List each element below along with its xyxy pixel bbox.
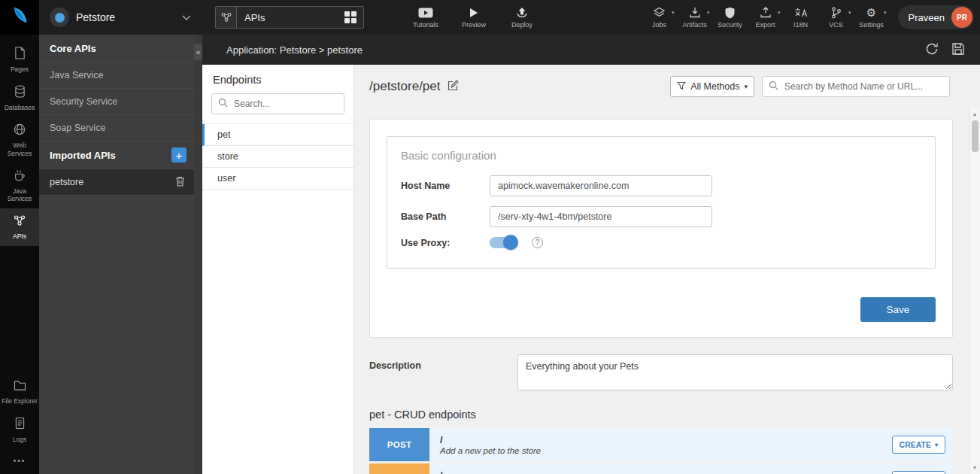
grid-icon[interactable] <box>344 11 357 23</box>
rail-item-logs[interactable]: Logs <box>0 411 39 449</box>
resource-switcher[interactable]: APIs <box>215 6 364 29</box>
update-action-button[interactable]: UPDATE ▾ <box>892 471 945 474</box>
save-button[interactable]: Save <box>860 297 936 322</box>
host-name-label: Host Name <box>401 181 490 191</box>
rail-label: Web Services <box>2 141 38 156</box>
endpoints-search-input[interactable] <box>232 98 338 110</box>
endpoint-item-store[interactable]: store <box>202 146 353 168</box>
tutorials-button[interactable]: Tutorials <box>406 6 445 29</box>
edit-pencil-icon <box>447 79 460 94</box>
edit-title-button[interactable] <box>447 79 460 94</box>
method-search-input[interactable] <box>783 81 943 93</box>
deploy-button[interactable]: Deploy <box>502 6 542 29</box>
endpoint-item-pet[interactable]: pet <box>202 124 353 146</box>
use-proxy-row: Use Proxy: ? <box>387 237 935 248</box>
scrollbar-thumb[interactable] <box>972 120 978 152</box>
rail-item-apis[interactable]: APIs <box>0 208 39 246</box>
rail-item-file-explorer[interactable]: File Explorer <box>0 374 39 411</box>
caret-down-icon: ▾ <box>884 10 887 15</box>
description-textarea[interactable]: Everything about your Pets <box>517 354 953 390</box>
vertical-scrollbar[interactable]: ▲ ▼ <box>969 108 980 474</box>
avatar: PR <box>951 7 972 28</box>
search-icon <box>769 80 778 93</box>
rail-label: APIs <box>13 232 26 240</box>
host-name-input[interactable] <box>490 175 712 196</box>
refresh-icon <box>924 41 939 59</box>
git-branch-icon <box>831 7 842 19</box>
endpoint-item-user[interactable]: user <box>202 168 353 190</box>
delete-api-button[interactable] <box>175 176 185 189</box>
endpoint-label: user <box>217 173 235 184</box>
endpoint-action: CREATE ▾ <box>892 436 945 454</box>
endpoint-row-post[interactable]: POST / Add a new pet to the store CREATE… <box>369 428 953 461</box>
export-button[interactable]: Export ▾ <box>748 7 783 29</box>
main-panel: /petstore/pet All Methods <box>354 65 980 474</box>
wavemaker-logo[interactable] <box>0 0 39 35</box>
sidebar-item-label: Soap Service <box>50 123 105 133</box>
deploy-icon <box>515 6 529 19</box>
rail-item-web-services[interactable]: Web Services <box>0 117 39 163</box>
project-selector[interactable]: Petstore <box>39 8 199 27</box>
rail-label: Pages <box>11 65 29 73</box>
rail-spacer <box>0 246 39 373</box>
save-project-button[interactable] <box>951 42 965 58</box>
endpoint-row-body: / Add a new pet to the store <box>429 428 541 461</box>
page-title: /petstore/pet <box>369 79 441 94</box>
scroll-up-arrow[interactable]: ▲ <box>972 108 978 120</box>
rail-item-databases[interactable]: Databases <box>0 79 39 117</box>
topbar-tools: Jobs ▾ Artifacts ▾ Security Exp <box>642 7 889 29</box>
create-action-button[interactable]: CREATE ▾ <box>892 436 945 454</box>
sidebar-item-security-service[interactable]: Security Service <box>39 89 194 115</box>
base-path-input[interactable] <box>490 206 712 227</box>
subheader-actions <box>924 41 965 59</box>
wavemaker-flame-icon <box>9 5 30 29</box>
add-api-button[interactable]: + <box>171 147 187 163</box>
export-upload-icon <box>760 7 772 19</box>
sidebar-item-label: Java Service <box>50 70 104 81</box>
deploy-label: Deploy <box>511 21 532 29</box>
rail-item-pages[interactable]: Pages <box>0 41 39 79</box>
database-icon <box>14 85 26 101</box>
refresh-button[interactable] <box>924 41 939 59</box>
preview-button[interactable]: Preview <box>454 6 493 29</box>
topbar: Petstore APIs Tutorials <box>0 0 980 35</box>
use-proxy-toggle[interactable] <box>490 237 517 248</box>
vcs-label: VCS <box>829 21 843 29</box>
toggle-knob <box>503 235 518 250</box>
endpoint-description: Add a new pet to the store <box>440 446 541 455</box>
settings-label: Settings <box>859 21 884 29</box>
endpoint-row-put[interactable]: PUT / Update an existing pet UPDATE ▾ <box>369 463 953 474</box>
sidebar-item-petstore[interactable]: petstore <box>39 169 194 196</box>
endpoints-search <box>211 93 344 114</box>
user-name: Praveen <box>909 12 945 23</box>
sidebar-item-java-service[interactable]: Java Service <box>39 62 194 89</box>
body: Pages Databases Web Services Java Servic… <box>0 35 980 474</box>
application-subheader: Application: Petstore > petstore <box>202 35 980 65</box>
api-node-icon <box>216 7 237 28</box>
folder-icon <box>14 380 26 394</box>
security-label: Security <box>718 21 742 29</box>
project-avatar <box>50 8 69 27</box>
imported-apis-header: Imported APIs + <box>39 141 194 169</box>
security-button[interactable]: Security <box>713 7 748 29</box>
sidebar-item-soap-service[interactable]: Soap Service <box>39 115 194 141</box>
main-header-controls: All Methods ▾ <box>670 76 950 97</box>
more-button[interactable]: ••• <box>0 449 39 474</box>
collapse-sidebar-button[interactable]: « <box>194 44 202 60</box>
user-menu[interactable]: Praveen PR <box>898 5 974 29</box>
settings-button[interactable]: ⚙ Settings ▾ <box>854 7 889 29</box>
help-icon[interactable]: ? <box>532 237 543 248</box>
caret-down-icon: ▾ <box>744 83 748 90</box>
i18n-button[interactable]: I18N <box>784 7 818 29</box>
jobs-label: Jobs <box>652 21 666 29</box>
methods-filter-select[interactable]: All Methods ▾ <box>670 76 754 97</box>
left-rail: Pages Databases Web Services Java Servic… <box>0 35 39 474</box>
scroll-down-arrow[interactable]: ▼ <box>972 462 978 474</box>
right-column: Application: Petstore > petstore <box>202 35 980 474</box>
rail-item-java-services[interactable]: Java Services <box>0 163 39 208</box>
artifacts-download-icon <box>689 7 701 19</box>
jobs-button[interactable]: Jobs ▾ <box>642 7 677 29</box>
artifacts-button[interactable]: Artifacts ▾ <box>678 7 712 29</box>
vcs-button[interactable]: VCS ▾ <box>819 7 854 29</box>
host-name-row: Host Name <box>387 175 935 196</box>
